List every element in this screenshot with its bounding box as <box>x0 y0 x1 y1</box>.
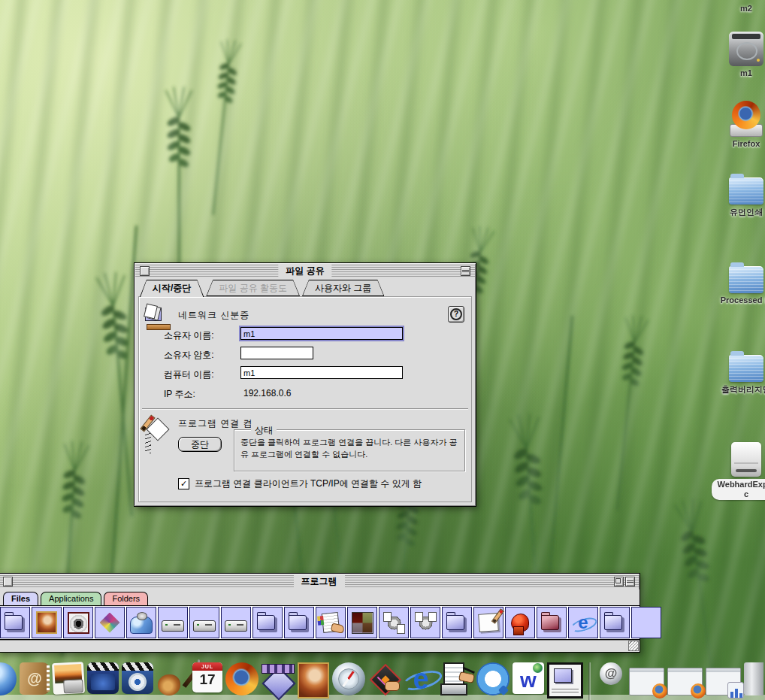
dock-window-thumb-icon[interactable] <box>706 668 741 695</box>
desktop-icon-label: Processed In <box>721 295 765 305</box>
launcher-button-folder-classic[interactable] <box>284 607 314 638</box>
launcher-button-drive-classic[interactable] <box>221 607 251 638</box>
calendar-month: JUL <box>192 662 222 671</box>
tab-users-groups[interactable]: 사용자와 그룹 <box>302 280 384 296</box>
tab-files[interactable]: Files <box>3 592 38 605</box>
launcher-button-notepad-pencil[interactable] <box>473 607 503 638</box>
grinder-b-icon <box>415 612 437 634</box>
dock-trash-icon[interactable] <box>744 662 763 695</box>
network-identity-icon <box>145 305 172 330</box>
folder-classic-icon <box>446 611 468 634</box>
ip-address-value: 192.168.0.6 <box>243 388 291 398</box>
program-linking-heading: 프로그램 연결 켬 <box>178 417 253 430</box>
launcher-button-quad-image[interactable] <box>347 607 377 638</box>
dock-safari-icon[interactable] <box>332 662 365 695</box>
owner-password-field[interactable] <box>240 347 313 359</box>
internet-explorer-glyph: e <box>404 662 437 695</box>
computer-name-field[interactable] <box>240 366 403 379</box>
folder-classic-icon <box>603 611 626 634</box>
launcher-zoom-box[interactable] <box>614 577 624 586</box>
dock-iphoto-icon[interactable] <box>52 662 85 695</box>
launcher-collapse-box[interactable] <box>625 577 635 586</box>
desktop-icon-webhard-explorer[interactable]: WebhardExploc <box>717 442 765 500</box>
tcpip-checkbox-label: 프로그램 연결 클라이언트가 TCP/IP에 연결할 수 있게 함 <box>195 477 422 490</box>
desktop-icon-folder-processed[interactable]: Processed In <box>717 260 765 305</box>
launcher-button-grinder-b[interactable] <box>410 607 440 638</box>
dock-diamond-filmstrip-icon[interactable] <box>262 662 295 695</box>
desktop-icon-folder-output[interactable]: 출력버리지말 <box>717 349 765 395</box>
tab-applications[interactable]: Applications <box>41 592 101 605</box>
start-stop-tab-pane: ? 네트워크 신분증 소유자 이름: 소유자 암호: 컴퓨터 이름: IP 주소… <box>138 296 472 502</box>
launcher-button-palette-diamond[interactable] <box>95 607 125 638</box>
dock-firefox-icon[interactable] <box>225 662 259 695</box>
dock-internet-explorer-icon[interactable]: e <box>404 662 437 695</box>
launcher-footer <box>0 640 640 652</box>
launcher-window: 프로그램 FilesApplicationsFolders e <box>0 573 640 653</box>
dock-window-thumb-icon[interactable] <box>667 668 703 695</box>
desktop-icon-folder-1[interactable]: 유먼인쇄 <box>717 171 765 218</box>
launcher-button-folder-classic[interactable] <box>252 607 283 638</box>
red-creature-icon <box>511 614 529 632</box>
file-sharing-titlebar[interactable]: 파일 공유 <box>135 264 475 278</box>
collapse-box[interactable] <box>461 266 470 276</box>
dock-garageband-icon[interactable] <box>156 662 189 695</box>
launcher-button-row: e <box>0 605 640 640</box>
tab-users-groups-label: 사용자와 그룹 <box>303 280 383 295</box>
launcher-button-blue-machine[interactable] <box>126 607 156 638</box>
dock-venus-painting-icon[interactable] <box>298 662 329 698</box>
desktop-icon-label: Firefox <box>733 139 760 148</box>
resize-grip[interactable] <box>628 641 639 651</box>
launcher-button-ie-logo[interactable]: e <box>568 607 598 638</box>
dock-at-spring-icon[interactable]: @ <box>596 662 626 697</box>
desktop-icon-label: 출력버리지말 <box>721 384 765 395</box>
dock-print-doc-hand-icon[interactable] <box>440 662 473 695</box>
drive-classic-icon <box>193 620 216 632</box>
dock-quicktime-icon[interactable] <box>476 662 509 695</box>
firefox-badge <box>691 683 706 698</box>
dock-w-globe-icon[interactable]: w <box>513 662 544 694</box>
tab-file-sharing-activity[interactable]: 파일 공유 활동도 <box>206 280 300 296</box>
dock-imovie-icon[interactable] <box>87 662 119 694</box>
launcher-button-empty[interactable] <box>631 607 661 638</box>
tab-start-stop[interactable]: 시작/중단 <box>140 280 204 297</box>
close-box[interactable] <box>140 266 150 276</box>
dock-diamond-palette-icon[interactable] <box>368 662 401 695</box>
dock-ical-icon[interactable]: JUL17 <box>192 662 222 692</box>
empty-icon <box>635 611 658 634</box>
network-identity-heading: 네트워크 신분증 <box>178 309 249 322</box>
launcher-button-folder-classic[interactable] <box>0 607 30 638</box>
dock-folder-frame-icon[interactable] <box>547 662 583 698</box>
tab-folders[interactable]: Folders <box>104 592 148 605</box>
launcher-button-folder-classic[interactable] <box>442 607 472 638</box>
window-title: 파일 공유 <box>278 264 331 278</box>
dock-window-thumb-icon[interactable] <box>629 668 664 695</box>
notepad-pencil-icon <box>478 613 499 632</box>
stop-button[interactable]: 중단 <box>178 437 222 452</box>
launcher-titlebar[interactable]: 프로그램 <box>0 574 639 589</box>
desktop-icon-m1-drive[interactable]: m1 <box>717 32 765 77</box>
launcher-button-folder-classic[interactable] <box>600 607 630 638</box>
owner-name-field[interactable] <box>240 327 403 340</box>
launcher-button-eye-photo[interactable] <box>63 607 93 638</box>
launcher-button-venus-painting[interactable] <box>32 607 62 638</box>
tab-file-sharing-activity-label: 파일 공유 활동도 <box>207 280 299 295</box>
help-button[interactable]: ? <box>448 306 464 323</box>
tcpip-checkbox[interactable] <box>178 478 189 489</box>
file-sharing-window: 파일 공유 시작/중단파일 공유 활동도사용자와 그룹 ? 네트워크 신분증 소… <box>134 262 476 507</box>
folder-blue-icon <box>729 177 763 205</box>
desktop-icon-m2[interactable]: m2 <box>717 2 765 13</box>
launcher-button-folder-maroon[interactable] <box>537 607 567 638</box>
folder-classic-icon <box>288 611 310 634</box>
launcher-button-red-creature[interactable] <box>505 607 535 638</box>
launcher-button-drive-classic[interactable] <box>189 607 219 638</box>
launcher-close-box[interactable] <box>3 577 13 586</box>
folder-classic-icon <box>4 611 26 634</box>
launcher-button-grinder-a[interactable] <box>379 607 409 638</box>
dock-blue-sphere-icon[interactable] <box>0 662 17 695</box>
desktop-icon-firefox-disk[interactable]: Firefox <box>717 101 765 148</box>
dock-idvd-icon[interactable] <box>122 662 153 694</box>
launcher-button-printer-hand-doc[interactable] <box>316 607 346 638</box>
dock-address-book-icon[interactable]: @ <box>20 662 50 695</box>
address-book-glyph: @ <box>20 662 50 695</box>
launcher-button-drive-classic[interactable] <box>158 607 188 638</box>
